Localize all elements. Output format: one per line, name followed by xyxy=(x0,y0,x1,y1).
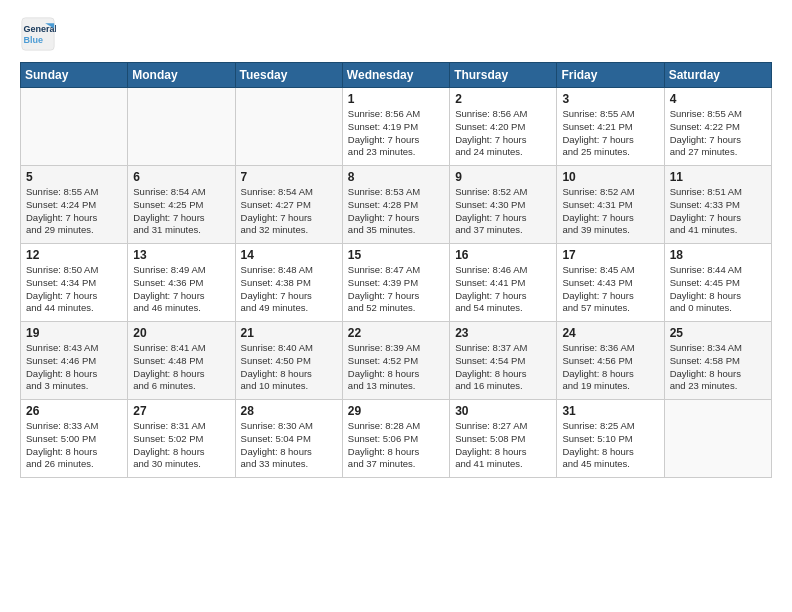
day-number: 6 xyxy=(133,170,229,184)
header: General Blue xyxy=(20,16,772,52)
day-number: 18 xyxy=(670,248,766,262)
day-info: Sunrise: 8:49 AM Sunset: 4:36 PM Dayligh… xyxy=(133,264,229,315)
day-info: Sunrise: 8:55 AM Sunset: 4:21 PM Dayligh… xyxy=(562,108,658,159)
day-number: 22 xyxy=(348,326,444,340)
day-number: 16 xyxy=(455,248,551,262)
day-info: Sunrise: 8:52 AM Sunset: 4:30 PM Dayligh… xyxy=(455,186,551,237)
day-number: 29 xyxy=(348,404,444,418)
calendar-cell: 21Sunrise: 8:40 AM Sunset: 4:50 PM Dayli… xyxy=(235,322,342,400)
calendar-cell: 23Sunrise: 8:37 AM Sunset: 4:54 PM Dayli… xyxy=(450,322,557,400)
calendar-cell: 1Sunrise: 8:56 AM Sunset: 4:19 PM Daylig… xyxy=(342,88,449,166)
day-info: Sunrise: 8:48 AM Sunset: 4:38 PM Dayligh… xyxy=(241,264,337,315)
day-number: 23 xyxy=(455,326,551,340)
calendar-cell: 30Sunrise: 8:27 AM Sunset: 5:08 PM Dayli… xyxy=(450,400,557,478)
calendar-cell: 17Sunrise: 8:45 AM Sunset: 4:43 PM Dayli… xyxy=(557,244,664,322)
day-number: 24 xyxy=(562,326,658,340)
day-info: Sunrise: 8:28 AM Sunset: 5:06 PM Dayligh… xyxy=(348,420,444,471)
weekday-header-tuesday: Tuesday xyxy=(235,63,342,88)
calendar-cell: 20Sunrise: 8:41 AM Sunset: 4:48 PM Dayli… xyxy=(128,322,235,400)
calendar-cell: 6Sunrise: 8:54 AM Sunset: 4:25 PM Daylig… xyxy=(128,166,235,244)
day-info: Sunrise: 8:25 AM Sunset: 5:10 PM Dayligh… xyxy=(562,420,658,471)
day-number: 28 xyxy=(241,404,337,418)
calendar-cell: 2Sunrise: 8:56 AM Sunset: 4:20 PM Daylig… xyxy=(450,88,557,166)
page: General Blue SundayMondayTuesdayWednesda… xyxy=(0,0,792,488)
calendar-week-row: 5Sunrise: 8:55 AM Sunset: 4:24 PM Daylig… xyxy=(21,166,772,244)
calendar-cell: 14Sunrise: 8:48 AM Sunset: 4:38 PM Dayli… xyxy=(235,244,342,322)
day-info: Sunrise: 8:56 AM Sunset: 4:19 PM Dayligh… xyxy=(348,108,444,159)
calendar-cell: 27Sunrise: 8:31 AM Sunset: 5:02 PM Dayli… xyxy=(128,400,235,478)
calendar-cell: 3Sunrise: 8:55 AM Sunset: 4:21 PM Daylig… xyxy=(557,88,664,166)
calendar-cell xyxy=(235,88,342,166)
calendar-cell: 12Sunrise: 8:50 AM Sunset: 4:34 PM Dayli… xyxy=(21,244,128,322)
day-number: 17 xyxy=(562,248,658,262)
day-number: 20 xyxy=(133,326,229,340)
calendar-cell: 13Sunrise: 8:49 AM Sunset: 4:36 PM Dayli… xyxy=(128,244,235,322)
calendar-cell: 22Sunrise: 8:39 AM Sunset: 4:52 PM Dayli… xyxy=(342,322,449,400)
calendar-cell: 24Sunrise: 8:36 AM Sunset: 4:56 PM Dayli… xyxy=(557,322,664,400)
calendar-cell: 25Sunrise: 8:34 AM Sunset: 4:58 PM Dayli… xyxy=(664,322,771,400)
day-number: 27 xyxy=(133,404,229,418)
calendar-cell: 8Sunrise: 8:53 AM Sunset: 4:28 PM Daylig… xyxy=(342,166,449,244)
weekday-header-friday: Friday xyxy=(557,63,664,88)
day-info: Sunrise: 8:54 AM Sunset: 4:27 PM Dayligh… xyxy=(241,186,337,237)
day-number: 25 xyxy=(670,326,766,340)
day-info: Sunrise: 8:46 AM Sunset: 4:41 PM Dayligh… xyxy=(455,264,551,315)
day-number: 7 xyxy=(241,170,337,184)
day-number: 21 xyxy=(241,326,337,340)
logo-icon: General Blue xyxy=(20,16,56,52)
day-number: 13 xyxy=(133,248,229,262)
day-info: Sunrise: 8:37 AM Sunset: 4:54 PM Dayligh… xyxy=(455,342,551,393)
calendar-cell: 28Sunrise: 8:30 AM Sunset: 5:04 PM Dayli… xyxy=(235,400,342,478)
calendar-cell xyxy=(21,88,128,166)
day-info: Sunrise: 8:51 AM Sunset: 4:33 PM Dayligh… xyxy=(670,186,766,237)
day-number: 1 xyxy=(348,92,444,106)
day-number: 26 xyxy=(26,404,122,418)
day-info: Sunrise: 8:55 AM Sunset: 4:22 PM Dayligh… xyxy=(670,108,766,159)
day-number: 2 xyxy=(455,92,551,106)
day-info: Sunrise: 8:45 AM Sunset: 4:43 PM Dayligh… xyxy=(562,264,658,315)
calendar-cell: 18Sunrise: 8:44 AM Sunset: 4:45 PM Dayli… xyxy=(664,244,771,322)
calendar-cell: 26Sunrise: 8:33 AM Sunset: 5:00 PM Dayli… xyxy=(21,400,128,478)
day-number: 31 xyxy=(562,404,658,418)
day-info: Sunrise: 8:52 AM Sunset: 4:31 PM Dayligh… xyxy=(562,186,658,237)
calendar-cell: 29Sunrise: 8:28 AM Sunset: 5:06 PM Dayli… xyxy=(342,400,449,478)
calendar-week-row: 26Sunrise: 8:33 AM Sunset: 5:00 PM Dayli… xyxy=(21,400,772,478)
calendar-cell: 5Sunrise: 8:55 AM Sunset: 4:24 PM Daylig… xyxy=(21,166,128,244)
calendar-table: SundayMondayTuesdayWednesdayThursdayFrid… xyxy=(20,62,772,478)
calendar-cell: 7Sunrise: 8:54 AM Sunset: 4:27 PM Daylig… xyxy=(235,166,342,244)
day-number: 19 xyxy=(26,326,122,340)
day-info: Sunrise: 8:50 AM Sunset: 4:34 PM Dayligh… xyxy=(26,264,122,315)
day-info: Sunrise: 8:55 AM Sunset: 4:24 PM Dayligh… xyxy=(26,186,122,237)
day-number: 14 xyxy=(241,248,337,262)
weekday-header-wednesday: Wednesday xyxy=(342,63,449,88)
day-number: 11 xyxy=(670,170,766,184)
day-info: Sunrise: 8:36 AM Sunset: 4:56 PM Dayligh… xyxy=(562,342,658,393)
day-number: 9 xyxy=(455,170,551,184)
svg-text:Blue: Blue xyxy=(24,35,44,45)
day-info: Sunrise: 8:41 AM Sunset: 4:48 PM Dayligh… xyxy=(133,342,229,393)
day-info: Sunrise: 8:30 AM Sunset: 5:04 PM Dayligh… xyxy=(241,420,337,471)
day-info: Sunrise: 8:54 AM Sunset: 4:25 PM Dayligh… xyxy=(133,186,229,237)
day-info: Sunrise: 8:47 AM Sunset: 4:39 PM Dayligh… xyxy=(348,264,444,315)
calendar-cell: 15Sunrise: 8:47 AM Sunset: 4:39 PM Dayli… xyxy=(342,244,449,322)
day-number: 10 xyxy=(562,170,658,184)
day-info: Sunrise: 8:31 AM Sunset: 5:02 PM Dayligh… xyxy=(133,420,229,471)
day-info: Sunrise: 8:33 AM Sunset: 5:00 PM Dayligh… xyxy=(26,420,122,471)
day-number: 8 xyxy=(348,170,444,184)
calendar-cell: 11Sunrise: 8:51 AM Sunset: 4:33 PM Dayli… xyxy=(664,166,771,244)
day-info: Sunrise: 8:40 AM Sunset: 4:50 PM Dayligh… xyxy=(241,342,337,393)
weekday-header-saturday: Saturday xyxy=(664,63,771,88)
calendar-week-row: 12Sunrise: 8:50 AM Sunset: 4:34 PM Dayli… xyxy=(21,244,772,322)
day-info: Sunrise: 8:39 AM Sunset: 4:52 PM Dayligh… xyxy=(348,342,444,393)
calendar-cell: 4Sunrise: 8:55 AM Sunset: 4:22 PM Daylig… xyxy=(664,88,771,166)
weekday-header-thursday: Thursday xyxy=(450,63,557,88)
calendar-week-row: 19Sunrise: 8:43 AM Sunset: 4:46 PM Dayli… xyxy=(21,322,772,400)
weekday-header-sunday: Sunday xyxy=(21,63,128,88)
calendar-cell: 19Sunrise: 8:43 AM Sunset: 4:46 PM Dayli… xyxy=(21,322,128,400)
calendar-cell xyxy=(128,88,235,166)
weekday-header-monday: Monday xyxy=(128,63,235,88)
calendar-cell: 10Sunrise: 8:52 AM Sunset: 4:31 PM Dayli… xyxy=(557,166,664,244)
day-info: Sunrise: 8:43 AM Sunset: 4:46 PM Dayligh… xyxy=(26,342,122,393)
day-info: Sunrise: 8:53 AM Sunset: 4:28 PM Dayligh… xyxy=(348,186,444,237)
day-number: 4 xyxy=(670,92,766,106)
